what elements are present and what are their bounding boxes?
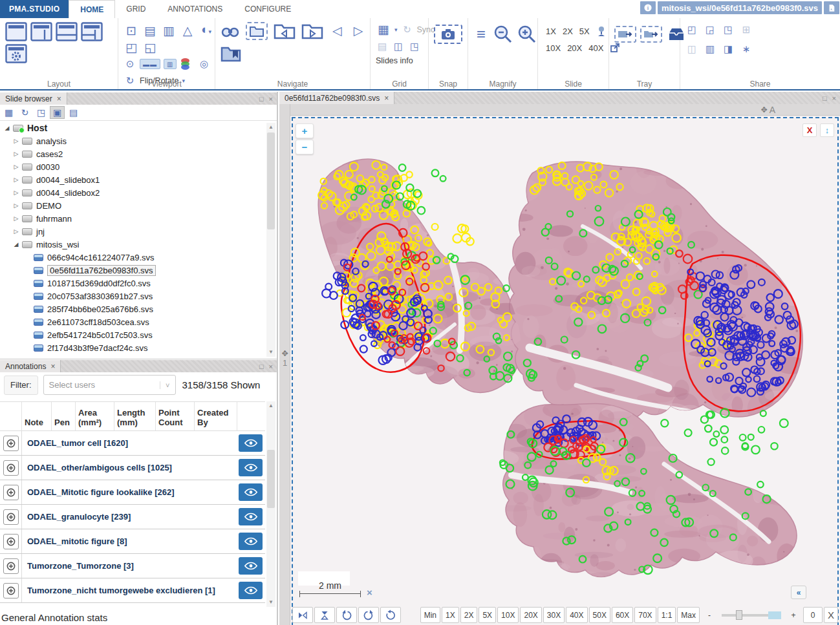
zoom-preset-1-1[interactable]: 1:1 (658, 607, 676, 623)
objective-1x[interactable]: 1X (546, 26, 556, 36)
tree-item-label[interactable]: 20c0753af38303691b27.svs (47, 291, 153, 301)
tree-item-cases2[interactable]: ▷cases2 (0, 147, 266, 160)
slides-info-button[interactable]: Slides info (376, 56, 413, 65)
collapse-arrow-icon[interactable]: ◢ (3, 125, 12, 131)
select-region-icon[interactable]: ⊡ (124, 23, 139, 39)
tree-item-label[interactable]: mitosis_wsi (36, 240, 79, 249)
annotations-scrollbar[interactable]: ▲ ▼ (266, 401, 275, 607)
tracking-icon[interactable]: △ (180, 23, 195, 39)
share-folder-icon[interactable]: ◰ (685, 22, 698, 37)
move-handle-icon[interactable]: ✥ (761, 105, 768, 114)
tree-item-fuhrmann[interactable]: ▷fuhrmann (0, 212, 266, 225)
annotation-circle-green[interactable] (710, 439, 717, 446)
folder-grid-icon[interactable] (246, 22, 268, 40)
info-icon[interactable]: i (640, 1, 656, 14)
zoom-preset-50x[interactable]: 50X (589, 607, 610, 623)
overview-map-icon[interactable]: ◰ (124, 40, 139, 56)
add-folder-to-tray-icon[interactable] (640, 26, 662, 43)
expand-arrow-icon[interactable]: ▷ (12, 202, 21, 209)
annotations-maximize-icon[interactable]: □ (259, 363, 264, 370)
annotation-circle-green[interactable] (685, 429, 692, 436)
scrollbar-thumb[interactable] (267, 132, 275, 229)
tab-home[interactable]: HOME (69, 0, 115, 18)
annotation-class-label[interactable]: ODAEL_tumor cell [1620] (22, 438, 239, 448)
annotation-circle-blue[interactable] (360, 346, 367, 353)
expand-arrow-icon[interactable]: ▷ (12, 138, 21, 144)
barcode-toggle-icon[interactable]: ▥ (164, 59, 177, 69)
tree-item-label[interactable]: 066c94c4c161224077a9.svs (47, 253, 155, 262)
objective-5x[interactable]: 5X (579, 26, 590, 36)
annotation-class-label[interactable]: ODAEL_Mitotic figure lookalike [262] (22, 487, 239, 497)
column-header-pen[interactable]: Pen (52, 402, 76, 430)
share-link-icon[interactable]: ∗ (740, 41, 753, 57)
zoom-preset-40x[interactable]: 40X (566, 607, 587, 623)
tree-item-mitosis_wsi[interactable]: ◢mitosis_wsi (0, 238, 266, 251)
tree-item-285f74bb6be025a676b6.svs[interactable]: 285f74bb6be025a676b6.svs (0, 302, 266, 315)
scroll-down-icon[interactable]: ▼ (266, 598, 275, 607)
annotation-circle-yellow[interactable] (432, 224, 438, 230)
tree-item-label[interactable]: Host (27, 123, 47, 133)
zoom-preset-70x[interactable]: 70X (634, 607, 656, 623)
objective-10x[interactable]: 10X (546, 43, 561, 53)
tree-item-jnj[interactable]: ▷jnj (0, 225, 266, 238)
scale-bar-close-icon[interactable]: × (367, 587, 372, 598)
annotation-circle-green[interactable] (713, 431, 719, 437)
tree-item-label[interactable]: 2efb541724b5c017c503.svs (47, 330, 153, 340)
annotation-circle-green[interactable] (705, 425, 712, 432)
rotation-slider[interactable] (722, 610, 781, 620)
scrollbar-thumb[interactable] (267, 450, 275, 508)
refresh-icon[interactable]: ↻ (17, 106, 32, 119)
visibility-eye-button[interactable] (239, 533, 263, 550)
rotate-ccw-button[interactable] (336, 607, 357, 623)
zoom-preset-10x[interactable]: 10X (497, 607, 519, 623)
grid-expand-icon[interactable]: ◳ (408, 39, 421, 54)
rotation-minus-button[interactable]: - (701, 607, 718, 623)
layout-right-panel-icon[interactable] (30, 22, 52, 41)
share-slide-icon[interactable]: ◳ (722, 22, 735, 37)
viewport-close-button[interactable]: X (802, 123, 817, 137)
slide-browser-scrollbar[interactable]: ▲ ▼ (266, 123, 275, 357)
tree-item-label[interactable]: d0044_slidebox2 (36, 188, 100, 198)
tree-item-Host[interactable]: ◢Host (0, 122, 266, 134)
microscope-icon[interactable] (596, 26, 607, 37)
filmstrip-toggle-icon[interactable]: ▬▬ (140, 59, 160, 69)
expand-annotation-button[interactable] (3, 485, 19, 500)
slide-browser-maximize-icon[interactable]: □ (259, 95, 264, 103)
share-image-icon[interactable]: ◲ (704, 22, 716, 37)
general-annotation-stats[interactable]: General Annotation stats (1, 612, 107, 623)
next-folder-icon[interactable] (301, 22, 323, 40)
viewport-zoom-in-button[interactable]: + (296, 123, 314, 138)
objective-2x[interactable]: 2X (563, 26, 573, 36)
magnifier-glass-icon[interactable]: ⊙ (124, 56, 136, 72)
tree-item-d0044_slidebox1[interactable]: ▷d0044_slidebox1 (0, 173, 266, 186)
column-header-created-by[interactable]: Created By (195, 402, 237, 430)
column-header-area[interactable]: Area (mm²) (76, 402, 114, 430)
expand-annotation-button[interactable] (3, 558, 19, 574)
next-slide-icon[interactable]: ▷ (350, 23, 366, 39)
annotation-circle-green[interactable] (720, 426, 728, 434)
server-add-icon[interactable]: ▤ (66, 106, 81, 119)
objective-20x[interactable]: 20X (567, 43, 582, 53)
annotations-tab[interactable]: Annotations× (0, 360, 61, 372)
snapshot-camera-icon[interactable] (434, 25, 462, 44)
annotation-circle-yellow[interactable] (453, 234, 461, 242)
expand-annotation-button[interactable] (3, 460, 19, 476)
visibility-eye-button[interactable] (239, 483, 263, 501)
expand-annotation-button[interactable] (3, 509, 19, 525)
tree-item-066c94c4c161224077a9.svs[interactable]: 066c94c4c161224077a9.svs (0, 251, 266, 264)
annotation-circle-blue[interactable] (322, 289, 330, 297)
annotation-circle-green[interactable] (780, 419, 788, 427)
annotation-circle-green[interactable] (661, 419, 668, 427)
rotate-cw-button[interactable] (358, 607, 379, 623)
layout-bottom-panel-icon[interactable] (56, 22, 78, 41)
annotation-circle-green[interactable] (418, 207, 425, 215)
collapse-arrow-icon[interactable]: ◢ (12, 241, 21, 248)
brand-tab[interactable]: PMA.STUDIO (0, 0, 69, 18)
column-header-point-count[interactable]: Point Count (156, 402, 195, 430)
tree-item-label[interactable]: DEMO (36, 201, 61, 211)
tree-item-label[interactable]: 1018715d369dd0df2fc0.svs (47, 279, 151, 288)
annotation-circle-green[interactable] (740, 434, 746, 441)
layout-single-icon[interactable] (5, 22, 27, 41)
annotation-circle-green[interactable] (771, 443, 777, 449)
tree-item-label[interactable]: cases2 (36, 149, 63, 159)
